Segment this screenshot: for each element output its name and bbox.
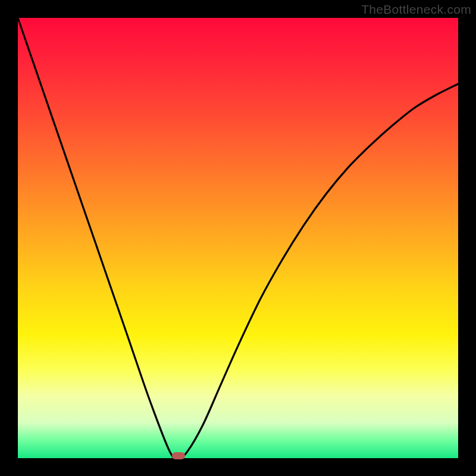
- chart-frame: TheBottleneck.com: [0, 0, 476, 476]
- watermark-label: TheBottleneck.com: [361, 2, 471, 17]
- min-marker: [172, 452, 185, 459]
- bottleneck-curve: [18, 18, 458, 459]
- plot-area: [18, 18, 458, 458]
- curve-svg: [18, 18, 458, 458]
